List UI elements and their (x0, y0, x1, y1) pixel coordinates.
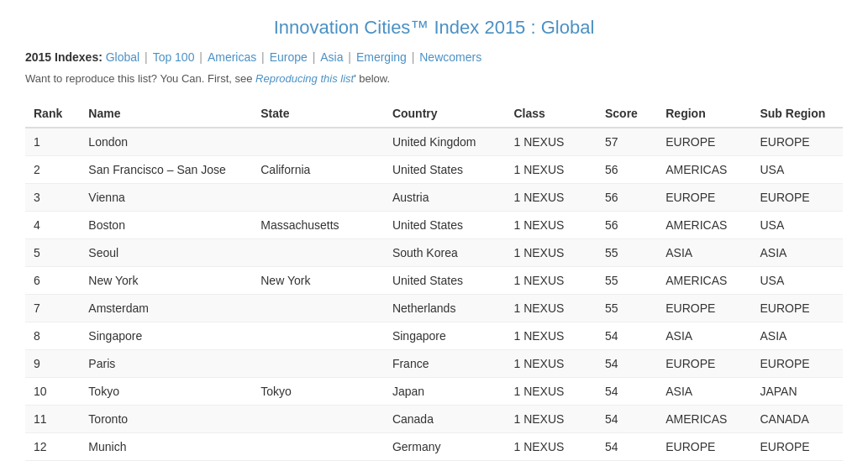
cell-name: London (80, 128, 252, 156)
cell-score: 54 (597, 378, 657, 406)
cell-country: United States (384, 212, 506, 239)
cell-subregion: ASIA (751, 239, 843, 267)
cell-region: AMERICAS (657, 267, 751, 295)
cell-class: 1 NEXUS (506, 239, 597, 267)
table-row: 8SingaporeSingapore1 NEXUS54ASIAASIA (25, 322, 843, 350)
page-title: Innovation Cities™ Index 2015 : Global (25, 17, 843, 39)
col-header-country: Country (384, 100, 506, 128)
cell-score: 55 (597, 239, 657, 267)
table-row: 11TorontoCanada1 NEXUS54AMERICASCANADA (25, 406, 843, 433)
table-row: 1LondonUnited Kingdom1 NEXUS57EUROPEEURO… (25, 128, 843, 156)
cell-country: South Korea (384, 239, 506, 267)
cell-region: EUROPE (657, 128, 751, 156)
index-link-europe[interactable]: Europe (270, 50, 308, 64)
cell-country: Canada (384, 406, 506, 433)
cell-region: AMERICAS (657, 156, 751, 184)
cell-score: 54 (597, 433, 657, 461)
cell-score: 55 (597, 267, 657, 295)
separator: | (196, 50, 205, 64)
col-header-rank: Rank (25, 100, 80, 128)
index-link-newcomers[interactable]: Newcomers (419, 50, 481, 64)
cell-state (252, 184, 384, 212)
cell-region: EUROPE (657, 184, 751, 212)
cell-rank: 1 (25, 128, 80, 156)
separator: | (309, 50, 318, 64)
cell-state (252, 295, 384, 322)
cell-country: United States (384, 156, 506, 184)
reproduce-line: Want to reproduce this list? You Can. Fi… (25, 72, 843, 85)
separator: | (141, 50, 150, 64)
cell-score: 56 (597, 212, 657, 239)
cell-subregion: JAPAN (751, 378, 843, 406)
cell-rank: 6 (25, 267, 80, 295)
cell-country: Austria (384, 184, 506, 212)
index-link-americas[interactable]: Americas (208, 50, 256, 64)
table-row: 3ViennaAustria1 NEXUS56EUROPEEUROPE (25, 184, 843, 212)
cell-region: AMERICAS (657, 212, 751, 239)
cell-region: EUROPE (657, 295, 751, 322)
cell-score: 56 (597, 184, 657, 212)
cell-name: Seoul (80, 239, 252, 267)
cell-state: New York (252, 267, 384, 295)
reproduce-link[interactable]: Reproducing this list (255, 72, 354, 85)
col-header-subregion: Sub Region (751, 100, 843, 128)
index-link-top-100[interactable]: Top 100 (153, 50, 195, 64)
cell-class: 1 NEXUS (506, 350, 597, 378)
cell-rank: 11 (25, 406, 80, 433)
cell-subregion: USA (751, 212, 843, 239)
cell-rank: 8 (25, 322, 80, 350)
index-link-asia[interactable]: Asia (320, 50, 343, 64)
cell-class: 1 NEXUS (506, 295, 597, 322)
cell-country: Germany (384, 433, 506, 461)
cell-rank: 5 (25, 239, 80, 267)
cell-country: Netherlands (384, 295, 506, 322)
cell-state (252, 433, 384, 461)
cell-country: Japan (384, 378, 506, 406)
table-row: 7AmsterdamNetherlands1 NEXUS55EUROPEEURO… (25, 295, 843, 322)
cell-score: 54 (597, 322, 657, 350)
cell-subregion: EUROPE (751, 295, 843, 322)
cell-subregion: USA (751, 156, 843, 184)
rankings-table: Rank Name State Country Class Score Regi… (25, 100, 843, 461)
col-header-name: Name (80, 100, 252, 128)
cell-name: New York (80, 267, 252, 295)
cell-region: AMERICAS (657, 406, 751, 433)
cell-name: Singapore (80, 322, 252, 350)
cell-country: United Kingdom (384, 128, 506, 156)
cell-class: 1 NEXUS (506, 267, 597, 295)
cell-class: 1 NEXUS (506, 433, 597, 461)
cell-rank: 4 (25, 212, 80, 239)
cell-class: 1 NEXUS (506, 212, 597, 239)
indexes-links[interactable]: Global | Top 100 | Americas | Europe | A… (106, 50, 481, 64)
cell-state: Massachusetts (252, 212, 384, 239)
cell-country: United States (384, 267, 506, 295)
cell-subregion: EUROPE (751, 433, 843, 461)
cell-region: ASIA (657, 322, 751, 350)
table-row: 6New YorkNew YorkUnited States1 NEXUS55A… (25, 267, 843, 295)
table-row: 10TokyoTokyoJapan1 NEXUS54ASIAJAPAN (25, 378, 843, 406)
table-row: 9ParisFrance1 NEXUS54EUROPEEUROPE (25, 350, 843, 378)
cell-score: 54 (597, 406, 657, 433)
cell-subregion: EUROPE (751, 128, 843, 156)
cell-state: Tokyo (252, 378, 384, 406)
table-row: 2San Francisco – San JoseCaliforniaUnite… (25, 156, 843, 184)
cell-name: Boston (80, 212, 252, 239)
indexes-label: 2015 Indexes: (25, 50, 103, 64)
cell-name: San Francisco – San Jose (80, 156, 252, 184)
cell-state (252, 322, 384, 350)
table-row: 5SeoulSouth Korea1 NEXUS55ASIAASIA (25, 239, 843, 267)
cell-score: 56 (597, 156, 657, 184)
cell-country: France (384, 350, 506, 378)
separator: | (258, 50, 267, 64)
indexes-line: 2015 Indexes: Global | Top 100 | America… (25, 50, 843, 64)
cell-rank: 10 (25, 378, 80, 406)
cell-state (252, 128, 384, 156)
cell-rank: 7 (25, 295, 80, 322)
cell-name: Munich (80, 433, 252, 461)
table-body: 1LondonUnited Kingdom1 NEXUS57EUROPEEURO… (25, 128, 843, 461)
table-row: 4BostonMassachusettsUnited States1 NEXUS… (25, 212, 843, 239)
index-link-emerging[interactable]: Emerging (356, 50, 407, 64)
separator: | (408, 50, 418, 64)
index-link-global[interactable]: Global (106, 50, 139, 64)
cell-subregion: ASIA (751, 322, 843, 350)
